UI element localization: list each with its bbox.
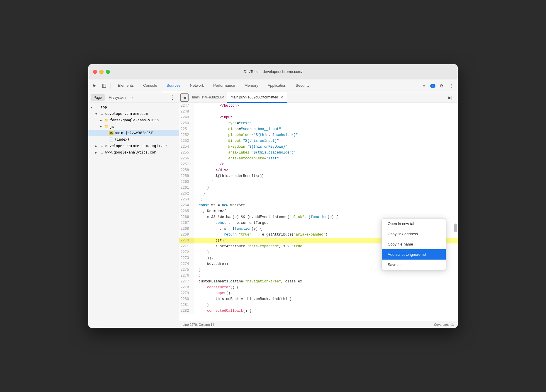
code-line-2280: 2280 this.onBack = this.onBack.bind(this… <box>179 296 458 302</box>
tree-item-index[interactable]: 📄 (index) <box>88 136 179 143</box>
line-number: 2271 <box>179 243 194 249</box>
tab-security[interactable]: Security <box>291 79 314 92</box>
context-menu-item-copy-filename[interactable]: Copy file name <box>382 239 446 249</box>
minimize-button[interactable] <box>99 70 104 74</box>
line-number: 2255 <box>179 150 194 156</box>
svg-rect-1 <box>102 84 104 88</box>
tree-item-js[interactable]: ▼ 📁 js <box>88 123 179 130</box>
line-number: 2250 <box>179 120 194 126</box>
cursor-tool-button[interactable] <box>91 82 99 90</box>
status-bar: Line 2270, Column 14 Coverage: n/a <box>179 321 458 328</box>
line-number: 2277 <box>179 279 194 284</box>
editor-tab-main-unformatted[interactable]: main.js?v=e382d86f <box>189 92 227 103</box>
notification-badge: 1 <box>430 84 435 88</box>
code-line-2256: 2256 aria-autocomplete="list" <box>179 156 458 161</box>
context-menu-item-add-ignore[interactable]: Add script to ignore list <box>382 249 446 260</box>
tree-arrow-chrome: ▼ <box>95 112 99 115</box>
window-title: DevTools - developer.chrome.com/ <box>244 69 302 74</box>
tab-elements[interactable]: Elements <box>113 79 138 92</box>
tree-label-mainjs: main.js?v=e382d86f <box>115 131 153 135</box>
code-line-2264: 2264 const We = new WeakSet <box>179 202 458 208</box>
line-number: 2249 <box>179 115 194 120</box>
line-number: 2258 <box>179 167 194 173</box>
editor-tab-close[interactable]: ✕ <box>280 95 284 99</box>
tab-application[interactable]: Application <box>263 79 291 92</box>
line-content: <input <box>194 115 458 120</box>
sidebar-tabs-more[interactable]: » <box>130 94 135 101</box>
code-line-2279: 2279 super(), <box>179 290 458 296</box>
editor-panel-toggle[interactable]: ▶| <box>444 93 457 102</box>
more-tabs-button[interactable]: » <box>420 82 428 90</box>
tree-label-js: js <box>110 125 114 129</box>
tree-item-top[interactable]: ▼ top <box>88 104 179 110</box>
code-line-2259: 2259 ${this.renderResults()} <box>179 173 458 179</box>
line-number: 2247 <box>179 103 194 109</box>
context-menu-item-open-new-tab[interactable]: Open in new tab <box>382 219 446 229</box>
sidebar-tab-page[interactable]: Page <box>91 94 105 101</box>
settings-button[interactable]: ⚙ <box>437 82 445 90</box>
line-number: 2254 <box>179 144 194 150</box>
tree-arrow-fonts: ▶ <box>100 119 104 122</box>
tree-arrow-top: ▼ <box>91 106 95 109</box>
line-number: 2259 <box>179 173 194 179</box>
sidebar-actions-button[interactable]: ⋮ <box>168 93 177 102</box>
dock-button[interactable] <box>100 82 108 90</box>
tab-performance[interactable]: Performance <box>208 79 240 92</box>
tab-memory[interactable]: Memory <box>240 79 263 92</box>
code-line-2257: 2257 /> <box>179 161 458 167</box>
tree-item-imgix[interactable]: ▶ ☁ developer-chrome-com.imgix.ne <box>88 143 179 149</box>
code-table: 2247 </button> 2248 2249 <input <box>179 103 458 314</box>
maximize-button[interactable] <box>106 70 110 74</box>
code-line-2248: 2248 <box>179 109 458 115</box>
code-line-2265: 2265 , Ke = e=>{ <box>179 208 458 214</box>
code-line-2250: 2250 type="text" <box>179 120 458 126</box>
code-line-2254: 2254 @keydown="${this.onKeyDown}" <box>179 144 458 150</box>
sidebar: Page Filesystem » ⋮ ▼ top ▼ ☁ devel <box>88 92 179 328</box>
folder-icon-fonts: 📁 <box>104 118 109 122</box>
tab-sources[interactable]: Sources <box>162 79 185 92</box>
line-content: aria-autocomplete="list" <box>194 156 458 161</box>
line-number: 2282 <box>179 308 194 314</box>
line-content: ` <box>194 179 458 185</box>
scrollbar-track[interactable] <box>454 113 458 314</box>
line-number: 2270 <box>179 238 194 243</box>
tab-console[interactable]: Console <box>138 79 162 92</box>
close-button[interactable] <box>93 70 97 74</box>
line-content: } <box>194 185 458 191</box>
context-menu-item-copy-link[interactable]: Copy link address <box>382 229 446 239</box>
context-menu-item-save-as[interactable]: Save as... <box>382 260 446 270</box>
code-line-2281: 2281 } <box>179 302 458 308</box>
line-number: 2266 <box>179 214 194 220</box>
line-number: 2267 <box>179 220 194 226</box>
cloud-icon-analytics: ☁ <box>99 150 104 155</box>
panel-toggle-button[interactable]: ▶| <box>446 93 454 102</box>
code-line-2276: 2276 ; <box>179 273 458 279</box>
scrollbar-thumb[interactable] <box>454 224 457 232</box>
tree-item-chrome[interactable]: ▼ ☁ developer.chrome.com <box>88 110 179 117</box>
tree-label-analytics: www.google-analytics.com <box>105 150 156 154</box>
titlebar: DevTools - developer.chrome.com/ <box>88 64 458 79</box>
line-content: } <box>194 191 458 197</box>
tree-item-analytics[interactable]: ▶ ☁ www.google-analytics.com <box>88 149 179 156</box>
line-number: 2252 <box>179 132 194 138</box>
code-editor[interactable]: 2247 </button> 2248 2249 <input <box>179 103 458 321</box>
code-line-2278: 2278 constructor() { <box>179 284 458 290</box>
sidebar-tab-filesystem[interactable]: Filesystem <box>106 94 128 101</box>
customize-button[interactable]: ⋮ <box>447 82 455 90</box>
traffic-lights <box>93 70 110 74</box>
cloud-icon-imgix: ☁ <box>99 144 104 148</box>
line-number: 2273 <box>179 255 194 261</box>
tree-item-mainjs[interactable]: JS main.js?v=e382d86f <box>88 130 179 136</box>
context-menu: Open in new tab Copy link address Copy f… <box>381 218 446 270</box>
editor-back-button[interactable]: ◀ <box>180 93 189 102</box>
file-tree: ▼ top ▼ ☁ developer.chrome.com ▶ 📁 fonts… <box>88 103 179 328</box>
editor-tab-main-formatted[interactable]: main.js?v=e382d86f:formatted ✕ <box>227 92 287 103</box>
code-line-2255: 2255 aria-label="${this.placeholder}" <box>179 150 458 156</box>
tree-item-fonts[interactable]: ▶ 📁 fonts/google-sans-v2003 <box>88 117 179 123</box>
line-content: class="search-box__input" <box>194 126 458 132</box>
status-coverage: Coverage: n/a <box>434 323 454 326</box>
code-line-2263: 2263 ); <box>179 197 458 202</box>
tab-network[interactable]: Network <box>185 79 209 92</box>
line-number: 2264 <box>179 202 194 208</box>
tree-label-top: top <box>101 105 107 109</box>
